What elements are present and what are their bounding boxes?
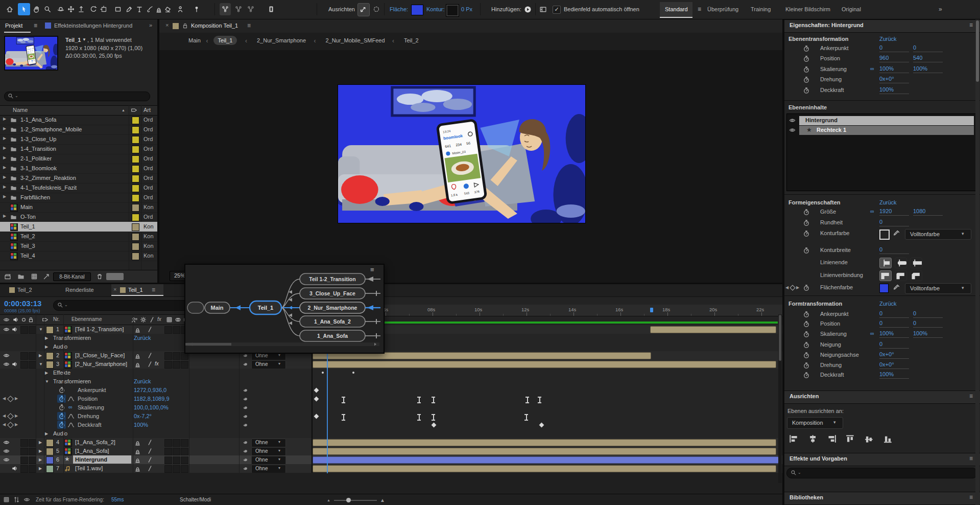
value-field[interactable]: 0x+0° (879, 351, 909, 359)
switch-cell[interactable] (164, 361, 172, 369)
current-time-display[interactable]: 0:00:03:13 (4, 299, 41, 308)
project-row-Teil_3[interactable]: Teil_3Kon (0, 241, 157, 251)
align-top-icon[interactable] (845, 434, 856, 444)
composition-canvas[interactable] (338, 84, 586, 223)
expand-arrow-icon[interactable]: ▼ (39, 362, 43, 366)
project-row-1-1_Ana_Sofa[interactable]: ▶1-1_Ana_SofaOrd (0, 115, 157, 125)
dash-circle-icon[interactable] (373, 6, 380, 13)
expand-arrow-icon[interactable]: ▶ (3, 185, 6, 189)
project-row-3-1_Boomlook[interactable]: ▶3-1_BoomlookOrd (0, 164, 157, 174)
layer-duration-bar[interactable] (313, 439, 776, 446)
breadcrumb-item-Main[interactable]: Main (184, 36, 205, 45)
label-color-swatch[interactable] (132, 146, 139, 153)
value-field[interactable]: 540 (913, 55, 943, 62)
solo-cell[interactable] (20, 448, 28, 455)
stopwatch-icon[interactable] (803, 247, 810, 254)
expand-arrow-icon[interactable]: ▶ (3, 146, 6, 150)
link-icon[interactable]: ∞ (870, 330, 874, 336)
expand-arrow-icon[interactable]: ▼ (45, 379, 49, 384)
clone-stamp-tool-icon[interactable] (134, 361, 141, 368)
project-row-2-1_Politiker[interactable]: ▶2-1_PolitikerOrd (0, 154, 157, 164)
property-row-Position[interactable]: ◀▶Position1182,8,1089,9 (0, 395, 782, 404)
group-row-Transformieren[interactable]: ▼TransformierenZurück (0, 377, 782, 386)
expand-arrow-icon[interactable]: ▶ (3, 155, 6, 160)
send-icon[interactable] (43, 273, 50, 280)
link-icon[interactable]: ∞ (870, 208, 874, 214)
value-field[interactable]: 100% (879, 330, 909, 338)
pickwhip-icon[interactable] (242, 439, 249, 446)
property-row-Drehung[interactable]: ◀▶Drehung0x-7,2° (0, 412, 782, 421)
speaker-icon[interactable] (12, 316, 19, 323)
workspace-tab-original[interactable]: Original (842, 6, 861, 12)
align-hcenter-icon[interactable] (807, 434, 819, 444)
switch-cell[interactable] (173, 448, 180, 455)
layer-duration-bar[interactable] (313, 448, 776, 455)
layer-row-2[interactable]: ▶2[3_Close_Up_Face]Ohne▾ (0, 351, 782, 360)
switch-cell[interactable] (173, 465, 180, 473)
switch-cell[interactable] (164, 326, 172, 334)
square-cap-icon[interactable] (910, 258, 922, 268)
pickwhip-icon[interactable] (242, 396, 249, 402)
clone-stamp-tool-icon[interactable] (134, 448, 141, 454)
switch-cell[interactable] (164, 456, 172, 464)
blur-icon[interactable] (175, 316, 181, 323)
properties-panel-menu-icon[interactable]: ≡ (969, 21, 973, 29)
label-color-swatch[interactable] (132, 126, 139, 134)
stopwatch-icon[interactable] (803, 352, 810, 359)
solo-cell[interactable] (20, 439, 28, 447)
align-left-icon[interactable] (788, 434, 800, 444)
slash-icon[interactable] (147, 361, 153, 368)
graph-icon[interactable] (67, 412, 75, 420)
switch-cell[interactable] (164, 439, 172, 447)
solo-icon[interactable] (20, 316, 27, 323)
tag-icon[interactable] (42, 316, 49, 323)
trash-icon[interactable] (96, 273, 103, 280)
switch-cell[interactable] (173, 352, 180, 360)
pickwhip-icon[interactable] (242, 361, 249, 368)
rig-icon-3[interactable] (247, 6, 254, 13)
label-color-swatch[interactable] (132, 243, 139, 250)
rig-icon-2[interactable] (235, 6, 242, 13)
switch-cell[interactable] (173, 456, 180, 464)
keyframe-diamond[interactable] (314, 388, 319, 393)
next-keyframe-icon[interactable]: ▶ (796, 285, 799, 290)
expand-arrow-icon[interactable]: ▶ (45, 345, 48, 349)
miter-join-icon[interactable] (879, 270, 892, 281)
viewer-tab-label[interactable]: Komposition Teil_1 (191, 22, 238, 29)
clone-stamp-tool-icon[interactable] (155, 6, 162, 13)
property-value[interactable]: 100,0,100,0% (134, 404, 169, 410)
pickwhip-icon[interactable] (242, 404, 249, 411)
layer-duration-bar[interactable] (313, 456, 779, 464)
layer-label-swatch[interactable] (46, 352, 54, 360)
label-color-swatch[interactable] (132, 165, 139, 173)
keyframe-diamond[interactable] (314, 414, 319, 419)
stopwatch-icon[interactable] (803, 76, 810, 83)
speaker-icon[interactable] (11, 361, 18, 368)
align-panel-menu-icon[interactable]: ≡ (969, 393, 973, 400)
color-swatch[interactable] (879, 229, 890, 240)
switch-cell[interactable] (181, 456, 188, 464)
slash-icon[interactable] (147, 352, 153, 359)
eye-icon[interactable] (3, 326, 10, 333)
expand-arrow-icon[interactable]: ▶ (3, 194, 6, 199)
project-row-Farbflächen[interactable]: ▶FarbflächenOrd (0, 193, 157, 203)
slash-icon[interactable] (147, 439, 153, 446)
zoom-tool-icon[interactable] (44, 6, 51, 13)
parent-dropdown[interactable]: Ohne▾ (251, 447, 286, 456)
align-bottom-icon[interactable] (883, 434, 894, 444)
value-field[interactable]: 1920 (879, 208, 909, 216)
fx-column-icon[interactable]: fx (157, 316, 161, 322)
expand-arrow-icon[interactable]: ▶ (45, 431, 48, 436)
label-color-swatch[interactable] (132, 223, 139, 231)
reset-link[interactable]: Zurück (134, 378, 151, 384)
pickwhip-icon[interactable] (242, 465, 249, 472)
stopwatch-icon[interactable] (803, 55, 810, 62)
stopwatch-icon[interactable] (803, 320, 810, 328)
panel-icon[interactable] (539, 6, 547, 13)
grid-icon[interactable] (31, 273, 38, 280)
mini-flowchart-panel[interactable]: ≡MainTeil_1Teil 1-2_Transition3_Close_Up… (184, 264, 385, 354)
bit-depth-button[interactable]: 8-Bit-Kanal (53, 272, 91, 281)
pickwhip-icon[interactable] (242, 387, 249, 394)
prev-keyframe-icon[interactable]: ◀ (3, 422, 6, 427)
keyframe-hold[interactable] (524, 414, 528, 421)
